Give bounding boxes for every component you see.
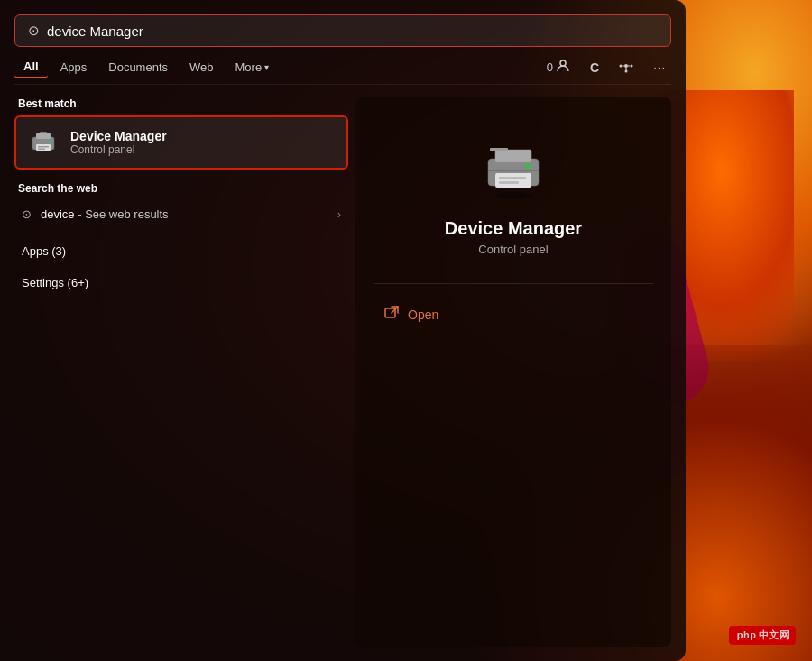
apps-label: Apps (3) — [22, 244, 66, 258]
svg-point-13 — [48, 140, 51, 142]
filter-tabs: All Apps Documents Web More ▾ 0 C — [14, 56, 671, 85]
search-input[interactable] — [47, 23, 658, 39]
tab-icon-c[interactable]: C — [585, 58, 604, 78]
svg-point-21 — [525, 163, 531, 170]
open-icon — [384, 306, 399, 323]
tab-icon-network[interactable] — [614, 56, 639, 78]
best-match-title: Device Manager — [70, 129, 167, 143]
search-web-label: Search the web — [14, 182, 348, 195]
device-manager-icon-small — [27, 126, 60, 159]
open-button[interactable]: Open — [374, 298, 653, 330]
tab-all[interactable]: All — [14, 56, 48, 78]
tab-web[interactable]: Web — [180, 57, 223, 78]
svg-point-15 — [495, 192, 531, 199]
best-match-subtitle: Control panel — [70, 143, 167, 156]
svg-rect-9 — [36, 133, 51, 139]
c-label: C — [590, 60, 599, 75]
chevron-down-icon: ▾ — [264, 62, 269, 72]
web-search-text: device - See web results — [41, 207, 328, 221]
settings-expand-item[interactable]: Settings (6+) — [14, 269, 348, 297]
svg-rect-23 — [488, 170, 539, 171]
svg-rect-19 — [499, 177, 526, 179]
right-panel: Device Manager Control panel Open — [355, 97, 671, 647]
web-search-item[interactable]: ⊙ device - See web results › — [14, 200, 348, 228]
svg-rect-22 — [490, 148, 508, 151]
tab-more-label: More — [235, 60, 263, 74]
best-match-item[interactable]: Device Manager Control panel — [14, 115, 348, 170]
tab-more-dots[interactable]: ··· — [648, 58, 671, 77]
web-search-query: device — [41, 207, 75, 221]
web-search-suffix: - See web results — [75, 207, 169, 221]
tab-right-icons: 0 C — [541, 56, 671, 78]
tab-apps[interactable]: Apps — [51, 57, 97, 78]
svg-rect-11 — [38, 146, 49, 148]
search-panel: ⊙ All Apps Documents Web More ▾ 0 — [0, 0, 686, 661]
search-web-icon: ⊙ — [22, 207, 32, 221]
svg-point-3 — [631, 65, 633, 68]
svg-point-2 — [620, 65, 623, 68]
content-area: Best match — [14, 97, 671, 647]
php-prefix: php — [737, 629, 757, 640]
search-box-container[interactable]: ⊙ — [14, 14, 671, 47]
right-panel-title: Device Manager — [445, 218, 582, 239]
tab-documents[interactable]: Documents — [99, 57, 177, 78]
open-label: Open — [408, 308, 438, 322]
apps-expand-item[interactable]: Apps (3) — [14, 237, 348, 265]
tab-icon-person[interactable]: 0 — [541, 56, 576, 78]
svg-rect-24 — [385, 308, 395, 317]
svg-rect-18 — [495, 173, 531, 188]
settings-label: Settings (6+) — [22, 276, 88, 289]
svg-rect-20 — [499, 181, 519, 184]
best-match-title-rest: Manager — [111, 129, 166, 143]
svg-rect-14 — [40, 132, 47, 133]
network-icon — [619, 59, 633, 76]
search-icon: ⊙ — [28, 23, 40, 39]
php-watermark: php中文网 — [729, 626, 796, 645]
person-count: 0 — [547, 60, 553, 74]
svg-point-1 — [624, 64, 628, 68]
svg-point-7 — [625, 70, 628, 73]
svg-rect-12 — [38, 149, 45, 151]
best-match-text: Device Manager Control panel — [70, 129, 167, 156]
svg-point-0 — [560, 60, 566, 66]
php-suffix: 中文网 — [759, 629, 790, 640]
best-match-label: Best match — [14, 97, 348, 110]
right-panel-subtitle: Control panel — [478, 243, 548, 256]
device-manager-icon-large — [477, 133, 549, 206]
left-panel: Best match — [14, 97, 348, 647]
person-icon — [556, 59, 570, 76]
chevron-right-icon: › — [337, 207, 341, 221]
svg-rect-17 — [495, 150, 531, 162]
ellipsis-icon: ··· — [653, 60, 666, 74]
tab-more[interactable]: More ▾ — [226, 57, 279, 78]
best-match-title-bold: Device — [70, 129, 111, 143]
divider — [374, 283, 653, 284]
